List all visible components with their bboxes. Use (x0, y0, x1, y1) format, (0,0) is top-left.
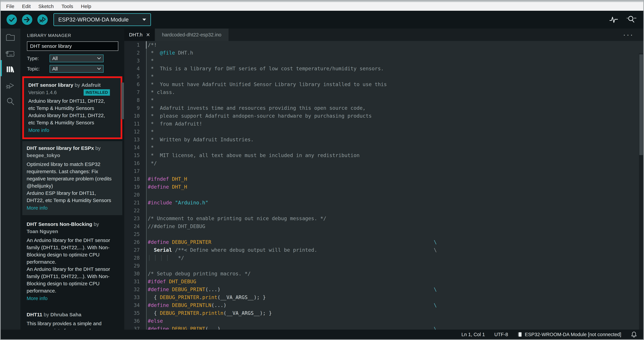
code-line[interactable]: 8 * (124, 96, 639, 104)
code-line-text: * @file DHT.h (146, 50, 639, 56)
notifications-button[interactable] (630, 331, 637, 338)
tab-dht-h[interactable]: DHT.h× (124, 29, 155, 41)
sidebar-item-library-manager[interactable] (5, 64, 16, 75)
type-filter-select[interactable]: All (50, 55, 104, 62)
code-line[interactable]: 4 * This is a library for DHT series of … (124, 65, 639, 73)
code-line[interactable]: 27 Serial /**< Define where debug output… (124, 246, 639, 254)
tab-hardcoded-dht22-esp32-ino[interactable]: hardcoded-dht22-esp32.ino (155, 29, 228, 41)
status-line-col[interactable]: Ln 1, Col 1 (462, 332, 485, 337)
code-line-text: * MIT license, all text above must be in… (146, 152, 639, 158)
code-line[interactable]: 33 { DEBUG_PRINTER.print(__VA_ARGS__); } (124, 293, 639, 301)
code-line[interactable]: 28│ │ │ │ */ (124, 254, 639, 262)
topic-filter-select[interactable]: All (50, 65, 104, 73)
status-encoding[interactable]: UTF-8 (494, 332, 508, 337)
menu-item-tools[interactable]: Tools (58, 4, 77, 9)
line-number: 13 (124, 137, 146, 142)
code-line-text (146, 234, 639, 234)
filter-row: Type:All (27, 55, 124, 62)
panel-scrollbar-thumb[interactable] (121, 83, 124, 119)
code-line[interactable]: 23/* Uncomment to enable printing out ni… (124, 215, 639, 222)
upload-button[interactable] (22, 15, 32, 25)
sidebar-item-debug[interactable] (5, 80, 16, 91)
serial-monitor-icon[interactable] (626, 15, 636, 24)
code-line[interactable]: 7 * class. (124, 88, 639, 96)
code-line[interactable]: 31#ifdef DHT_DEBUG (124, 278, 639, 285)
code-line[interactable]: 35 { DEBUG_PRINTER.println(__VA_ARGS__);… (124, 309, 639, 317)
window-title-strip (1, 1, 643, 2)
code-line[interactable]: 15 * MIT license, all text above must be… (124, 151, 639, 159)
code-line[interactable]: 22 (124, 207, 639, 215)
line-number: 36 (124, 318, 146, 324)
library-entry[interactable]: DHT11 by Dhruba SahaThis library provide… (22, 308, 122, 329)
code-line[interactable]: 30/* Setup debug printing macros. */ (124, 270, 639, 278)
line-number: 24 (124, 223, 146, 229)
line-number: 8 (124, 97, 146, 103)
editor-scrollbar-thumb[interactable] (639, 54, 643, 155)
verify-button[interactable] (6, 15, 17, 25)
editor-scrollbar[interactable] (639, 53, 643, 329)
more-actions-icon[interactable]: ··· (623, 29, 634, 41)
code-line[interactable]: 12 * (124, 128, 639, 136)
code-line[interactable]: 13 * Written by Adafruit Industries. (124, 136, 639, 143)
sidebar-item-boards-manager[interactable] (5, 48, 16, 59)
code-line-text: Serial /**< Define where debug output wi… (146, 247, 639, 253)
line-number: 34 (124, 302, 146, 308)
menu-item-sketch[interactable]: Sketch (34, 4, 58, 9)
code-line[interactable]: 16 */ (124, 159, 639, 167)
sidebar-item-sketchbook[interactable] (5, 32, 16, 43)
line-continuation-backslash: \ (434, 326, 437, 329)
code-line[interactable]: 37#define DEBUG_PRINT(...)\ (124, 325, 639, 329)
more-info-link[interactable]: More info (27, 204, 112, 212)
code-line[interactable]: 14 * (124, 143, 639, 151)
library-author: Adafruit (82, 82, 101, 88)
code-line[interactable]: 25 (124, 230, 639, 238)
code-line[interactable]: 34#define DEBUG_PRINTLN(...)\ (124, 301, 639, 309)
code-line[interactable]: 36#else (124, 317, 639, 325)
more-info-link[interactable]: More info (27, 295, 112, 302)
menu-item-file[interactable]: File (2, 4, 18, 9)
library-entry-title: DHT Sensors Non-Blocking by Toan Nguyen (27, 221, 112, 235)
code-line-text: //#define DHT_DEBUG (146, 223, 639, 229)
code-line[interactable]: 26#define DEBUG_PRINTER\ (124, 238, 639, 246)
library-search-input[interactable] (27, 42, 118, 51)
code-line-text: * Written by Adafruit Industries. (146, 137, 639, 142)
status-board[interactable]: ESP32-WROOM-DA Module [not connected] (518, 331, 621, 337)
code-line[interactable]: 29 (124, 262, 639, 270)
code-line[interactable]: 10 * please support Adafruit andopen-sou… (124, 112, 639, 120)
code-line[interactable]: 11 * from Adafruit! (124, 120, 639, 128)
line-number: 12 (124, 129, 146, 135)
code-line-text: #define DEBUG_PRINT(...)\ (146, 286, 639, 292)
library-entry[interactable]: DHT sensor library for ESPx by beegee_to… (22, 141, 122, 215)
code-line[interactable]: 18#ifndef DHT_H (124, 175, 639, 183)
menu-item-help[interactable]: Help (77, 4, 95, 9)
serial-plotter-icon[interactable] (609, 15, 618, 24)
code-line[interactable]: 21#include "Arduino.h" (124, 199, 639, 207)
library-entry[interactable]: DHT sensor library by AdafruitVersion 1.… (24, 78, 120, 137)
line-number: 21 (124, 200, 146, 206)
start-debug-button[interactable] (37, 15, 48, 25)
line-number: 18 (124, 176, 146, 182)
code-line[interactable]: 17 (124, 167, 639, 175)
line-number: 14 (124, 144, 146, 150)
chevron-down-icon (97, 57, 101, 60)
code-line[interactable]: 5 * (124, 73, 639, 80)
code-area[interactable]: 1/*!2 * @file DHT.h3 *4 * This is a libr… (124, 41, 643, 329)
code-line[interactable]: 19#define DHT_H (124, 183, 639, 191)
library-description: This library provides a simple and easy-… (27, 320, 112, 329)
verify-icon (7, 15, 16, 24)
board-selector[interactable]: ESP32-WROOM-DA Module (54, 13, 151, 26)
code-line[interactable]: 1/*! (124, 41, 639, 49)
code-line[interactable]: 3 * (124, 57, 639, 65)
code-line[interactable]: 32#define DEBUG_PRINT(...)\ (124, 285, 639, 293)
menu-item-edit[interactable]: Edit (18, 4, 34, 9)
folder-icon (5, 33, 16, 42)
code-line[interactable]: 2 * @file DHT.h (124, 49, 639, 57)
code-line[interactable]: 9 * Adafruit invests time and resources … (124, 104, 639, 112)
code-line[interactable]: 24//#define DHT_DEBUG (124, 222, 639, 230)
code-line[interactable]: 20 (124, 191, 639, 199)
code-line[interactable]: 6 * You must have Adafruit Unified Senso… (124, 80, 639, 88)
library-entry[interactable]: DHT Sensors Non-Blocking by Toan NguyenA… (22, 217, 122, 306)
close-icon[interactable]: × (146, 32, 150, 38)
sidebar-item-search[interactable] (5, 96, 16, 107)
more-info-link[interactable]: More info (28, 126, 110, 134)
